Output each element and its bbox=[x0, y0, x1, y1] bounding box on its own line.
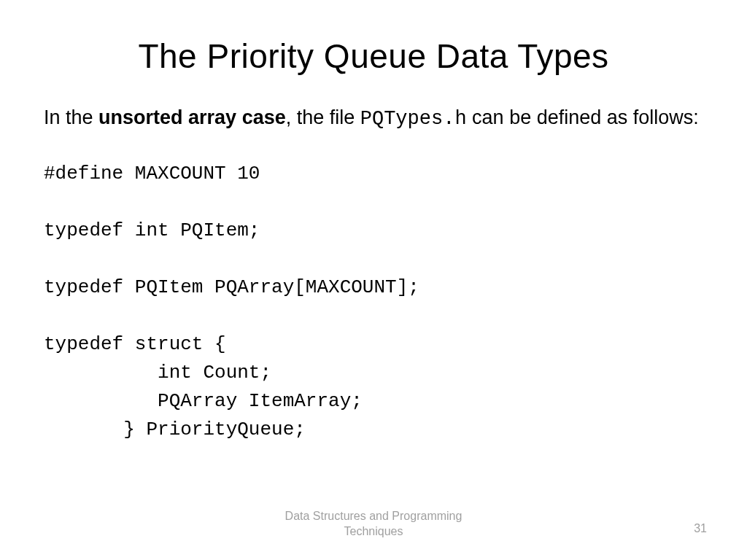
code-block: #define MAXCOUNT 10 typedef int PQItem; … bbox=[44, 160, 703, 444]
footer: Data Structures and Programming Techniqu… bbox=[0, 509, 747, 540]
slide-title: The Priority Queue Data Types bbox=[44, 36, 703, 76]
slide-container: The Priority Queue Data Types In the uns… bbox=[0, 0, 747, 560]
intro-filename: PQTypes.h bbox=[360, 108, 467, 130]
intro-paragraph: In the unsorted array case, the file PQT… bbox=[44, 105, 703, 132]
footer-text: Data Structures and Programming Techniqu… bbox=[285, 509, 462, 540]
footer-line1: Data Structures and Programming bbox=[285, 509, 462, 524]
intro-bold: unsorted array case bbox=[98, 106, 286, 128]
intro-mid: , the file bbox=[286, 106, 360, 128]
intro-prefix: In the bbox=[44, 106, 98, 128]
footer-line2: Techniques bbox=[285, 524, 462, 540]
intro-suffix: can be defined as follows: bbox=[467, 106, 699, 128]
page-number: 31 bbox=[694, 522, 707, 535]
